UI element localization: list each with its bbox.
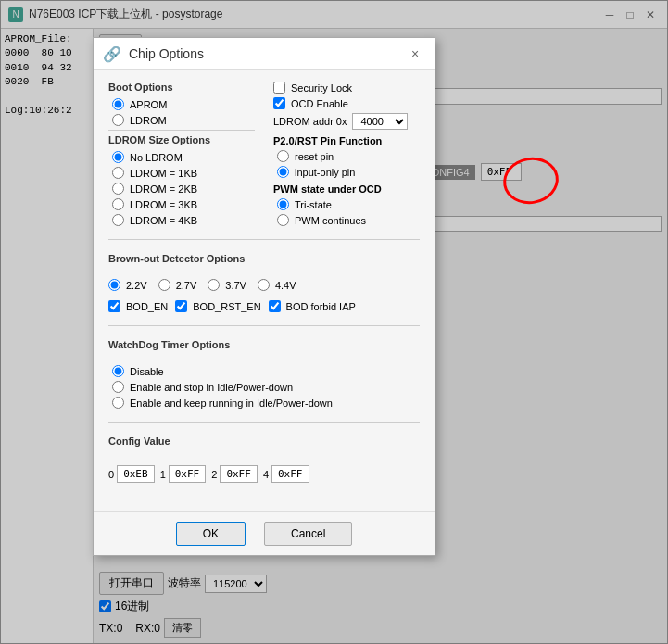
v37-label: 3.7V — [225, 280, 246, 291]
no-ldrom-item: No LDROM — [112, 151, 255, 163]
v37-item: 3.7V — [208, 279, 246, 291]
boot-options-title: Boot Options — [108, 82, 255, 93]
ldrom-addr-label: LDROM addr 0x — [273, 116, 347, 127]
dialog-close-button[interactable]: × — [405, 44, 425, 64]
bod-rst-item: BOD_RST_EN — [175, 300, 260, 312]
no-ldrom-label: No LDROM — [130, 152, 183, 163]
p2rst-title: P2.0/RST Pin Function — [273, 135, 420, 146]
dialog-overlay: 🔗 Chip Options × Boot Options APROM — [0, 0, 668, 644]
no-ldrom-radio[interactable] — [112, 151, 124, 163]
bod-iap-label: BOD forbid IAP — [286, 301, 356, 312]
ldrom-radio-label: LDROM — [130, 115, 167, 126]
v27-label: 2.7V — [176, 280, 197, 291]
input-only-label: input-only pin — [295, 167, 355, 178]
ldrom-addr-row: LDROM addr 0x 4000 — [273, 113, 420, 130]
cv0-value: 0xEB — [117, 465, 155, 483]
wd-keep-radio[interactable] — [112, 397, 124, 409]
cv1-value: 0xFF — [169, 465, 207, 483]
bod-en-checkbox[interactable] — [108, 300, 120, 312]
v44-label: 4.4V — [275, 280, 296, 291]
v37-radio[interactable] — [208, 279, 220, 291]
reset-pin-label: reset pin — [295, 151, 334, 162]
ldrom-4kb-radio[interactable] — [112, 214, 124, 226]
cv0-label: 0 — [108, 469, 114, 480]
ldrom-radio[interactable] — [112, 114, 124, 126]
aprom-radio[interactable] — [112, 98, 124, 110]
dialog-body: Boot Options APROM LDROM LDROM Siz — [94, 70, 435, 511]
v44-item: 4.4V — [258, 279, 296, 291]
bod-en-item: BOD_EN — [108, 300, 168, 312]
brown-out-row: 2.2V 2.7V 3.7V 4.4V — [108, 279, 420, 291]
ok-button[interactable]: OK — [176, 522, 246, 546]
v22-radio[interactable] — [108, 279, 120, 291]
ldrom-4kb-item: LDROM = 4KB — [112, 214, 255, 226]
security-lock-label: Security Lock — [291, 82, 352, 94]
chain-icon: 🔗 — [103, 45, 121, 63]
tri-state-label: Tri-state — [295, 199, 332, 210]
ldrom-2kb-label: LDROM = 2KB — [130, 183, 197, 195]
cancel-button[interactable]: Cancel — [264, 522, 352, 546]
cv4-label: 4 — [263, 469, 269, 480]
boot-options-group: APROM LDROM — [112, 98, 255, 126]
ldrom-size-group: No LDROM LDROM = 1KB LDROM = 2KB LD — [112, 151, 255, 226]
config-value-title: Config Value — [108, 436, 420, 447]
ldrom-1kb-label: LDROM = 1KB — [130, 168, 197, 179]
tri-state-radio[interactable] — [277, 198, 289, 210]
v22-label: 2.2V — [126, 280, 147, 291]
watchdog-title: WatchDog Timer Options — [108, 339, 420, 350]
ldrom-3kb-radio[interactable] — [112, 198, 124, 210]
cv4-item: 4 0xFF — [263, 465, 309, 483]
dialog-footer: OK Cancel — [94, 511, 435, 555]
dialog-left-col: Boot Options APROM LDROM LDROM Siz — [108, 82, 255, 226]
security-lock-item: Security Lock — [273, 82, 420, 94]
bod-rst-checkbox[interactable] — [175, 300, 187, 312]
ldrom-1kb-radio[interactable] — [112, 167, 124, 179]
pwm-continues-label: PWM continues — [295, 215, 366, 226]
pwm-title: PWM state under OCD — [273, 183, 420, 195]
wd-idle-label: Enable and stop in Idle/Power-down — [130, 382, 293, 393]
wd-idle-radio[interactable] — [112, 381, 124, 393]
ocd-enable-label: OCD Enable — [291, 98, 348, 109]
reset-pin-radio[interactable] — [277, 150, 289, 162]
bod-checks: BOD_EN BOD_RST_EN BOD forbid IAP — [108, 300, 420, 312]
cv1-item: 1 0xFF — [160, 465, 207, 483]
cv2-item: 2 0xFF — [211, 465, 258, 483]
bod-rst-label: BOD_RST_EN — [193, 301, 260, 312]
security-lock-checkbox[interactable] — [273, 82, 285, 94]
ocd-enable-item: OCD Enable — [273, 97, 420, 109]
aprom-radio-item: APROM — [112, 98, 255, 110]
aprom-radio-label: APROM — [130, 99, 167, 110]
cv1-label: 1 — [160, 469, 166, 480]
ocd-enable-checkbox[interactable] — [273, 97, 285, 109]
config-value-row: 0 0xEB 1 0xFF 2 0xFF 4 0xFF — [108, 465, 420, 483]
wd-disable-item: Disable — [112, 365, 420, 377]
wd-keep-label: Enable and keep running in Idle/Power-do… — [130, 398, 333, 409]
input-only-item: input-only pin — [277, 166, 420, 178]
pwm-continues-item: PWM continues — [277, 214, 420, 226]
chip-options-dialog: 🔗 Chip Options × Boot Options APROM — [93, 37, 435, 556]
ldrom-size-title: LDROM Size Options — [108, 134, 255, 145]
bod-en-label: BOD_EN — [126, 301, 168, 312]
cv0-item: 0 0xEB — [108, 465, 155, 483]
dialog-title: Chip Options — [129, 46, 204, 61]
watchdog-group: Disable Enable and stop in Idle/Power-do… — [112, 365, 420, 409]
pwm-continues-radio[interactable] — [277, 214, 289, 226]
ldrom-addr-select[interactable]: 4000 — [352, 113, 408, 130]
ldrom-3kb-item: LDROM = 3KB — [112, 198, 255, 210]
ldrom-4kb-label: LDROM = 4KB — [130, 215, 197, 226]
p2rst-group: reset pin input-only pin — [277, 150, 420, 178]
input-only-radio[interactable] — [277, 166, 289, 178]
v27-radio[interactable] — [158, 279, 170, 291]
cv2-value: 0xFF — [220, 465, 258, 483]
wd-keep-item: Enable and keep running in Idle/Power-do… — [112, 397, 420, 409]
v44-radio[interactable] — [258, 279, 270, 291]
cv4-value: 0xFF — [271, 465, 309, 483]
bod-iap-checkbox[interactable] — [269, 300, 281, 312]
bod-iap-item: BOD forbid IAP — [269, 300, 356, 312]
ldrom-2kb-radio[interactable] — [112, 183, 124, 195]
tri-state-item: Tri-state — [277, 198, 420, 210]
brown-out-title: Brown-out Detector Options — [108, 253, 420, 264]
ldrom-2kb-item: LDROM = 2KB — [112, 183, 255, 195]
wd-disable-radio[interactable] — [112, 365, 124, 377]
v22-item: 2.2V — [108, 279, 147, 291]
